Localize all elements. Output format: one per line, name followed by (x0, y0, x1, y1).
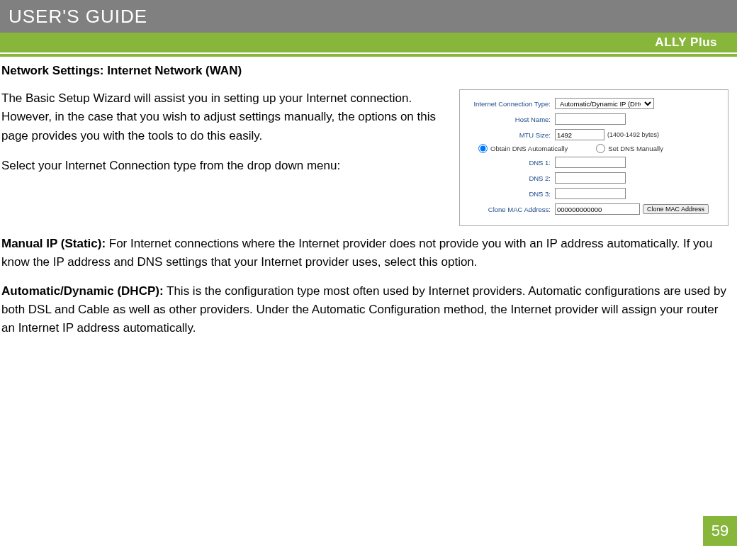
label-dns3: DNS 3: (463, 190, 555, 198)
dns-auto-option[interactable]: Obtain DNS Automatically (478, 144, 568, 153)
intro-row: The Basic Setup Wizard will assist you i… (1, 89, 728, 226)
dns-auto-label: Obtain DNS Automatically (490, 145, 568, 152)
dns-manual-radio[interactable] (596, 144, 605, 153)
row-mtu: MTU Size: (1400-1492 bytes) (463, 128, 721, 141)
row-clone-mac: Clone MAC Address: Clone MAC Address (463, 203, 721, 215)
intro-text-block: The Basic Setup Wizard will assist you i… (1, 89, 451, 226)
manual-ip-label: Manual IP (Static): (1, 237, 106, 250)
label-dns1: DNS 1: (463, 159, 555, 167)
manual-ip-text: For Internet connections where the Inter… (1, 237, 713, 269)
label-host-name: Host Name: (463, 116, 555, 123)
mtu-note: (1400-1492 bytes) (607, 131, 659, 138)
dns-auto-radio[interactable] (478, 144, 488, 153)
dns-manual-option[interactable]: Set DNS Manually (596, 144, 663, 153)
intro-paragraph-1: The Basic Setup Wizard will assist you i… (1, 89, 451, 145)
header-title: USER'S GUIDE (9, 6, 147, 28)
row-dns3: DNS 3: (463, 187, 721, 200)
label-conn-type: Internet Connection Type: (463, 100, 555, 108)
host-name-input[interactable] (555, 113, 626, 125)
header-bar: USER'S GUIDE (0, 0, 737, 33)
clone-mac-input[interactable] (555, 203, 640, 215)
conn-type-select[interactable]: Automatic/Dynamic IP (DHCP) (555, 98, 654, 109)
auto-dhcp-label: Automatic/Dynamic (DHCP): (1, 284, 164, 298)
product-name: ALLY Plus (655, 35, 717, 50)
clone-mac-button[interactable]: Clone MAC Address (643, 204, 709, 214)
row-host-name: Host Name: (463, 113, 721, 125)
row-conn-type: Internet Connection Type: Automatic/Dyna… (463, 97, 721, 110)
settings-panel: Internet Connection Type: Automatic/Dyna… (459, 89, 728, 226)
dns2-input[interactable] (555, 172, 626, 184)
content-area: Network Settings: Internet Network (WAN)… (0, 57, 737, 338)
label-mtu: MTU Size: (463, 131, 555, 139)
label-clone-mac: Clone MAC Address: (463, 206, 555, 213)
row-dns2: DNS 2: (463, 172, 721, 184)
row-dns1: DNS 1: (463, 156, 721, 169)
page-number: 59 (703, 516, 737, 546)
dns3-input[interactable] (555, 188, 626, 199)
section-title: Network Settings: Internet Network (WAN) (1, 64, 728, 78)
intro-paragraph-2: Select your Internet Connection type fro… (1, 157, 451, 175)
dns-manual-label: Set DNS Manually (608, 145, 663, 152)
mtu-input[interactable] (555, 129, 604, 140)
product-bar: ALLY Plus (0, 33, 737, 52)
auto-dhcp-paragraph: Automatic/Dynamic (DHCP): This is the co… (1, 282, 728, 338)
label-dns2: DNS 2: (463, 174, 555, 182)
dns1-input[interactable] (555, 157, 626, 168)
dns-mode-row: Obtain DNS Automatically Set DNS Manuall… (478, 144, 721, 153)
manual-ip-paragraph: Manual IP (Static): For Internet connect… (1, 235, 728, 272)
